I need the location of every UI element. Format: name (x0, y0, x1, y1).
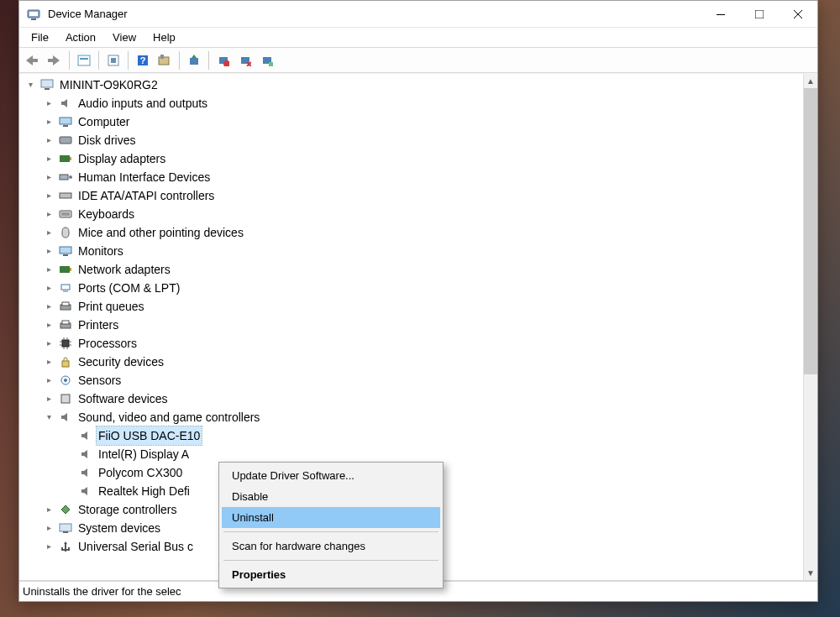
chevron-right-icon[interactable]: ▸ (43, 337, 55, 349)
chevron-right-icon[interactable]: ▸ (43, 245, 55, 257)
svg-rect-40 (62, 340, 69, 347)
tree-item-monitors[interactable]: ▸ Monitors (43, 242, 801, 260)
sensor-icon (58, 374, 73, 387)
svg-rect-33 (60, 266, 70, 273)
speaker-icon (78, 447, 93, 461)
tree-item-intel-display-audio[interactable]: ▸ Intel(R) Display A (63, 445, 801, 463)
tree-item-ports[interactable]: ▸ Ports (COM & LPT) (43, 279, 801, 297)
tree-item-software[interactable]: ▸ Software devices (43, 390, 801, 408)
disable-button[interactable] (213, 50, 234, 71)
svg-rect-28 (60, 193, 71, 198)
chevron-right-icon[interactable]: ▸ (43, 134, 55, 146)
chevron-right-icon[interactable]: ▸ (43, 504, 55, 515)
tree-item-keyboards[interactable]: ▸ Keyboards (43, 205, 801, 223)
tree-item-hid[interactable]: ▸ Human Interface Devices (43, 168, 801, 186)
tree-item-network[interactable]: ▸ Network adapters (43, 260, 801, 279)
tree-label: Polycom CX300 (97, 463, 184, 482)
tree-item-computer[interactable]: ▸ Computer (43, 112, 801, 131)
show-hidden-button[interactable] (74, 50, 94, 71)
svg-rect-1 (29, 12, 38, 16)
menubar: File Action View Help (19, 28, 817, 48)
tree-item-security[interactable]: ▸ Security devices (43, 353, 801, 371)
chevron-right-icon[interactable]: ▸ (43, 208, 55, 220)
scan-hardware-button[interactable] (155, 50, 175, 71)
tree-item-mice[interactable]: ▸ Mice and other pointing devices (43, 223, 801, 242)
chevron-down-icon[interactable]: ▾ (43, 411, 55, 423)
window-title: Device Manager (48, 8, 128, 20)
ctx-update-driver[interactable]: Update Driver Software... (222, 465, 440, 486)
svg-rect-32 (63, 254, 68, 256)
app-icon (26, 7, 41, 22)
chevron-right-icon[interactable]: ▸ (43, 97, 55, 109)
chevron-right-icon[interactable]: ▸ (43, 116, 55, 128)
chevron-right-icon[interactable]: ▸ (43, 282, 55, 294)
chevron-right-icon[interactable]: ▸ (43, 153, 55, 165)
svg-rect-12 (160, 55, 164, 59)
status-text: Uninstalls the driver for the selec (23, 582, 181, 601)
chevron-right-icon[interactable]: ▸ (43, 319, 55, 331)
enable-button[interactable] (257, 50, 277, 71)
svg-rect-26 (60, 175, 68, 180)
chevron-right-icon[interactable]: ▸ (43, 227, 55, 238)
context-menu: Update Driver Software... Disable Uninst… (218, 462, 444, 588)
tree-label: Human Interface Devices (76, 168, 212, 186)
back-button[interactable] (23, 50, 43, 71)
chevron-right-icon[interactable]: ▸ (43, 393, 55, 405)
tree-root[interactable]: ▾ MININT-O9K0RG2 (24, 76, 801, 94)
tree-item-display[interactable]: ▸ Display adapters (43, 149, 801, 168)
menu-view[interactable]: View (104, 28, 144, 47)
tree-item-disk[interactable]: ▸ Disk drives (43, 131, 801, 149)
vertical-scrollbar[interactable]: ▲ ▼ (803, 74, 817, 580)
mouse-icon (58, 226, 73, 239)
chevron-right-icon[interactable]: ▸ (43, 356, 55, 368)
separator (223, 531, 438, 532)
svg-text:?: ? (140, 55, 146, 65)
printer-icon (58, 318, 73, 332)
chevron-right-icon[interactable]: ▸ (43, 522, 55, 534)
ctx-scan-hardware[interactable]: Scan for hardware changes (222, 536, 440, 557)
scroll-up-icon[interactable]: ▲ (804, 74, 817, 88)
tree-item-ide[interactable]: ▸ IDE ATA/ATAPI controllers (43, 186, 801, 205)
toolbar: ? (19, 48, 817, 73)
close-button[interactable] (779, 2, 817, 27)
ctx-disable[interactable]: Disable (222, 486, 440, 507)
menu-help[interactable]: Help (144, 28, 184, 47)
storage-icon (58, 503, 73, 516)
chevron-right-icon[interactable]: ▸ (43, 301, 55, 312)
svg-rect-39 (62, 321, 69, 324)
chevron-right-icon[interactable]: ▸ (43, 374, 55, 386)
chevron-right-icon[interactable]: ▸ (43, 171, 55, 183)
tree-item-processors[interactable]: ▸ Processors (43, 334, 801, 353)
ctx-properties[interactable]: Properties (222, 564, 440, 585)
tree-item-audio[interactable]: ▸ Audio inputs and outputs (43, 94, 801, 112)
speaker-icon (78, 484, 93, 498)
svg-rect-31 (60, 247, 71, 254)
chevron-right-icon[interactable]: ▸ (43, 264, 55, 275)
tree-item-printqueues[interactable]: ▸ Print queues (43, 297, 801, 316)
properties-button[interactable] (103, 50, 123, 71)
tree-item-fiio[interactable]: ▸ FiiO USB DAC-E10 (63, 426, 801, 445)
ctx-uninstall[interactable]: Uninstall (222, 507, 440, 528)
tree-item-sensors[interactable]: ▸ Sensors (43, 371, 801, 390)
svg-rect-4 (755, 10, 764, 18)
tree-item-printers[interactable]: ▸ Printers (43, 316, 801, 334)
maximize-button[interactable] (740, 2, 779, 27)
chevron-right-icon[interactable]: ▸ (43, 541, 55, 552)
forward-button[interactable] (45, 50, 65, 71)
usb-icon (58, 540, 73, 553)
menu-action[interactable]: Action (57, 28, 104, 47)
menu-file[interactable]: File (23, 28, 57, 47)
svg-rect-23 (60, 137, 71, 144)
uninstall-button[interactable] (235, 50, 255, 71)
tree-item-sound[interactable]: ▾ Sound, video and game controllers (43, 408, 801, 426)
svg-rect-6 (80, 58, 88, 60)
cpu-icon (58, 337, 73, 350)
tree-label: Display adapters (76, 149, 167, 168)
minimize-button[interactable] (701, 2, 740, 27)
update-driver-button[interactable] (184, 50, 204, 71)
help-button[interactable]: ? (133, 50, 153, 71)
chevron-down-icon[interactable]: ▾ (24, 79, 36, 91)
chevron-right-icon[interactable]: ▸ (43, 190, 55, 201)
scroll-down-icon[interactable]: ▼ (804, 566, 817, 580)
scroll-thumb[interactable] (804, 88, 817, 374)
